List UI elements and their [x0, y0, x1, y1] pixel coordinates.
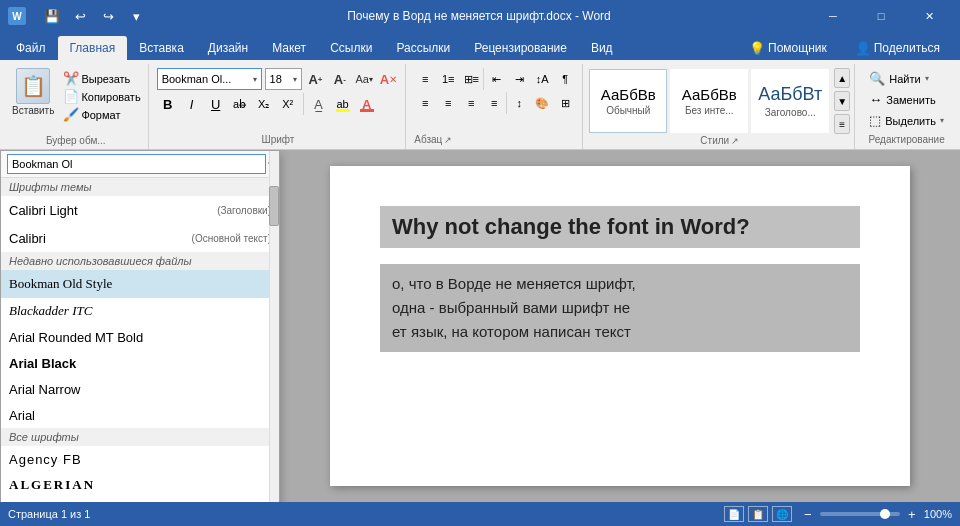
share-button[interactable]: 👤 Поделиться: [843, 36, 952, 60]
undo-button[interactable]: ↩: [68, 4, 92, 28]
font-grow-button[interactable]: A+: [305, 68, 326, 90]
font-size-input[interactable]: 18 ▾: [265, 68, 302, 90]
word-app-icon: W: [8, 7, 26, 25]
cut-label: Вырезать: [81, 73, 130, 85]
text-highlight-button[interactable]: ab: [332, 93, 354, 115]
minimize-button[interactable]: ─: [810, 0, 856, 32]
zoom-slider-thumb[interactable]: [880, 509, 890, 519]
paragraph-label-text: Абзац: [414, 134, 442, 145]
underline-button[interactable]: U: [205, 93, 227, 115]
tab-layout[interactable]: Макет: [260, 36, 318, 60]
font-item-algerian[interactable]: ALGERIAN: [1, 472, 279, 498]
superscript-button[interactable]: X²: [277, 93, 299, 115]
font-shrink-button[interactable]: A-: [329, 68, 350, 90]
style-normal-item[interactable]: АаБбВв Обычный: [589, 69, 667, 133]
dropdown-scrollbar-track[interactable]: [269, 151, 279, 502]
shading-button[interactable]: 🎨: [531, 92, 553, 114]
strikethrough-button[interactable]: ab̶: [229, 93, 251, 115]
font-item-calibri[interactable]: Calibri (Основной текст): [1, 224, 279, 252]
all-fonts-header: Все шрифты: [1, 428, 279, 446]
tab-mailings[interactable]: Рассылки: [384, 36, 462, 60]
align-right-button[interactable]: ≡: [460, 92, 482, 114]
line-spacing-button[interactable]: ↕: [508, 92, 530, 114]
font-item-arial-black[interactable]: Arial Black: [1, 350, 279, 376]
paragraph-launcher[interactable]: ↗: [444, 135, 452, 145]
show-marks-button[interactable]: ¶: [554, 68, 576, 90]
styles-scroll-buttons: ▲ ▼ ≡: [834, 68, 850, 134]
status-bar-right: 📄 📋 🌐 − + 100%: [724, 506, 952, 522]
style-nospace-item[interactable]: АаБбВв Без инте...: [670, 69, 748, 133]
tab-file[interactable]: Файл: [4, 36, 58, 60]
replace-button[interactable]: ↔ Заменить: [865, 89, 948, 110]
zoom-out-button[interactable]: −: [800, 506, 816, 522]
close-button[interactable]: ✕: [906, 0, 952, 32]
cut-button[interactable]: ✂️ Вырезать: [60, 70, 143, 87]
clear-formatting-button[interactable]: A✕: [378, 68, 399, 90]
italic-button[interactable]: I: [181, 93, 203, 115]
tab-insert[interactable]: Вставка: [127, 36, 196, 60]
zoom-in-button[interactable]: +: [904, 506, 920, 522]
tab-view[interactable]: Вид: [579, 36, 625, 60]
font-item-arial-2[interactable]: Arial: [1, 498, 279, 502]
font-name-input[interactable]: Bookman Ol... ▾: [157, 68, 262, 90]
format-painter-button[interactable]: 🖌️ Формат: [60, 106, 143, 123]
styles-label-text: Стили: [700, 135, 729, 146]
bold-button[interactable]: B: [157, 93, 179, 115]
style-normal-label: Обычный: [606, 105, 650, 116]
copy-button[interactable]: 📄 Копировать: [60, 88, 143, 105]
tab-references[interactable]: Ссылки: [318, 36, 384, 60]
style-heading-item[interactable]: АаБбВт Заголово...: [751, 69, 829, 133]
styles-more-button[interactable]: ≡: [834, 114, 850, 134]
subscript-button[interactable]: X₂: [253, 93, 275, 115]
cut-icon: ✂️: [63, 71, 79, 86]
font-item-arial-rounded-mt-bold[interactable]: Arial Rounded MT Bold: [1, 324, 279, 350]
font-item-blackadder[interactable]: Blackadder ITC: [1, 298, 279, 324]
restore-button[interactable]: □: [858, 0, 904, 32]
border-button[interactable]: ⊞: [554, 92, 576, 114]
font-item-bookman[interactable]: Bookman Old Style: [1, 270, 279, 298]
select-button[interactable]: ⬚ Выделить ▾: [865, 110, 948, 131]
font-item-agency-fb[interactable]: Agency FB: [1, 446, 279, 472]
increase-indent-button[interactable]: ⇥: [508, 68, 530, 90]
numbered-list-button[interactable]: 1≡: [437, 68, 459, 90]
align-left-button[interactable]: ≡: [414, 92, 436, 114]
web-view-button[interactable]: 🌐: [772, 506, 792, 522]
tab-help[interactable]: 💡 Помощник: [737, 36, 839, 60]
tab-home[interactable]: Главная: [58, 36, 128, 60]
decrease-indent-button[interactable]: ⇤: [485, 68, 507, 90]
font-item-arial[interactable]: Arial: [1, 402, 279, 428]
font-item-calibri-light[interactable]: Calibri Light (Заголовки): [1, 196, 279, 224]
justify-button[interactable]: ≡: [483, 92, 505, 114]
redo-button[interactable]: ↪: [96, 4, 120, 28]
font-item-arial-narrow[interactable]: Arial Narrow: [1, 376, 279, 402]
find-button[interactable]: 🔍 Найти ▾: [865, 68, 948, 89]
multilevel-list-button[interactable]: ⊞≡: [460, 68, 482, 90]
dropdown-scrollbar-thumb[interactable]: [269, 186, 279, 226]
clipboard-small-buttons: ✂️ Вырезать 📄 Копировать 🖌️ Формат: [60, 70, 143, 123]
view-buttons: 📄 📋 🌐: [724, 506, 792, 522]
styles-scroll-down-button[interactable]: ▼: [834, 91, 850, 111]
font-size-value: 18: [270, 73, 282, 85]
styles-launcher[interactable]: ↗: [731, 136, 739, 146]
sort-button[interactable]: ↕A: [531, 68, 553, 90]
styles-scroll-up-button[interactable]: ▲: [834, 68, 850, 88]
save-button[interactable]: 💾: [40, 4, 64, 28]
font-color-button[interactable]: A: [356, 93, 378, 115]
theme-fonts-header: Шрифты темы: [1, 178, 279, 196]
paste-button[interactable]: 📋 Вставить: [8, 66, 58, 118]
text-effects-button[interactable]: A̲: [308, 93, 330, 115]
divider: [303, 93, 304, 115]
title-bar-left: W 💾 ↩ ↪ ▾: [8, 4, 148, 28]
print-layout-button[interactable]: 📋: [748, 506, 768, 522]
font-item-name: Blackadder ITC: [9, 303, 92, 319]
font-dropdown[interactable]: ▾ Шрифты темы Calibri Light (Заголовки) …: [0, 150, 280, 502]
tab-design[interactable]: Дизайн: [196, 36, 260, 60]
font-search-input[interactable]: [7, 154, 266, 174]
read-mode-button[interactable]: 📄: [724, 506, 744, 522]
zoom-slider[interactable]: [820, 512, 900, 516]
font-case-button[interactable]: Aa▾: [353, 68, 374, 90]
align-center-button[interactable]: ≡: [437, 92, 459, 114]
bullet-list-button[interactable]: ≡: [414, 68, 436, 90]
more-commands-button[interactable]: ▾: [124, 4, 148, 28]
tab-review[interactable]: Рецензирование: [462, 36, 579, 60]
